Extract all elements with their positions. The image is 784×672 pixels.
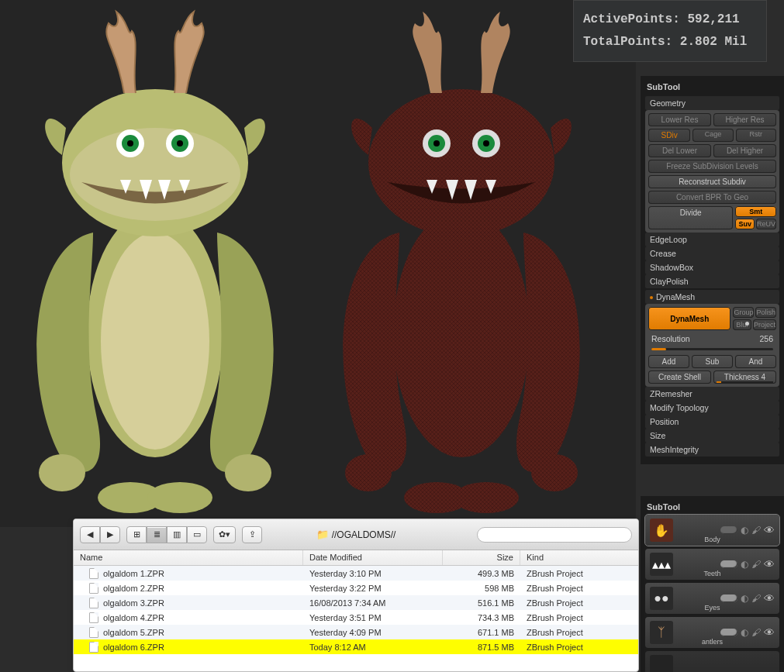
create-shell-button[interactable]: Create Shell	[648, 370, 711, 384]
back-button[interactable]: ◀	[80, 526, 100, 543]
thickness-slider[interactable]: Thickness 4	[713, 370, 776, 384]
svg-point-7	[70, 128, 240, 221]
dynamesh-section: DynaMesh Group Polish Blur Project Resol…	[645, 304, 779, 387]
higher-res-button[interactable]: Higher Res	[713, 113, 776, 126]
svg-point-17	[531, 454, 578, 491]
sub-button[interactable]: Sub	[692, 355, 733, 368]
add-button[interactable]: Add	[648, 355, 689, 368]
column-date[interactable]: Date Modified	[303, 550, 443, 565]
brush-icon[interactable]: ◐	[741, 593, 748, 604]
file-date: Today 8:12 AM	[303, 643, 443, 652]
coverflow-view-button[interactable]: ▭	[187, 526, 207, 543]
brush-icon[interactable]: 🖌	[751, 525, 761, 536]
svg-point-13	[177, 140, 183, 146]
group-button[interactable]: Group	[733, 307, 754, 318]
eye-icon[interactable]: 👁	[764, 558, 775, 570]
resolution-slider[interactable]: Resolution256	[648, 333, 776, 345]
shadowbox-section[interactable]: ShadowBox	[645, 260, 779, 274]
column-size[interactable]: Size	[443, 550, 520, 565]
zremesher-section[interactable]: ZRemesher	[645, 387, 779, 401]
finder-window: ◀ ▶ ⊞ ≣ ▥ ▭ ✿▾ ⇪ 📁 //OGALDOMS// 🔍 Name D…	[73, 519, 639, 672]
forward-button[interactable]: ▶	[100, 526, 120, 543]
brush-icon[interactable]: 🖌	[751, 559, 761, 570]
column-view-button[interactable]: ▥	[167, 526, 187, 543]
brush-icon[interactable]: 🖌	[751, 593, 761, 604]
file-row[interactable]: olgaldom 1.ZPRYesterday 3:10 PM499.3 MBZ…	[74, 566, 638, 581]
brush-icon[interactable]: 🖌	[751, 627, 761, 638]
size-section[interactable]: Size	[645, 429, 779, 443]
svg-point-1	[101, 233, 209, 450]
subtool-title[interactable]: SubTool	[645, 79, 779, 95]
file-kind: ZBrush Project	[520, 598, 638, 608]
file-size: 871.5 MB	[443, 643, 520, 652]
cage-button[interactable]: Cage	[692, 129, 733, 142]
subtool-item-eyes[interactable]: ●● ◐ 🖌 👁 Eyes	[645, 583, 779, 614]
del-lower-button[interactable]: Del Lower	[648, 144, 711, 157]
geometry-header[interactable]: Geometry	[645, 96, 779, 110]
file-row[interactable]: olgaldom 4.ZPRYesterday 3:51 PM734.3 MBZ…	[74, 610, 638, 625]
file-row[interactable]: olgaldom 5.ZPRYesterday 4:09 PM671.1 MBZ…	[74, 625, 638, 639]
stats-overlay: ActivePoints: 592,211 TotalPoints: 2.802…	[573, 0, 767, 62]
brush-icon[interactable]: ◐	[741, 559, 748, 570]
icon-view-button[interactable]: ⊞	[126, 526, 147, 543]
subtool-item-unused[interactable]: Unused 4	[645, 651, 779, 672]
column-kind[interactable]: Kind	[520, 550, 638, 565]
brush-icon[interactable]: ◐	[741, 627, 748, 638]
toggle-icon[interactable]	[720, 594, 737, 602]
svg-point-2	[39, 454, 85, 491]
reuv-button[interactable]: ReUV	[756, 219, 776, 229]
action-button[interactable]: ✿▾	[213, 526, 236, 543]
file-size: 598 MB	[443, 584, 520, 593]
claypolish-section[interactable]: ClayPolish	[645, 274, 779, 288]
dynamesh-button[interactable]: DynaMesh	[648, 307, 730, 330]
rstr-button[interactable]: Rstr	[736, 129, 776, 142]
active-points-value: 592,211	[687, 12, 739, 26]
crease-section[interactable]: Crease	[645, 246, 779, 260]
reconstruct-subdiv-button[interactable]: Reconstruct Subdiv	[648, 175, 776, 188]
svg-point-19	[454, 482, 519, 513]
file-row[interactable]: olgaldom 3.ZPR16/08/2013 7:34 AM516.1 MB…	[74, 595, 638, 610]
viewport-3d[interactable]	[0, 0, 636, 527]
document-icon	[89, 642, 98, 653]
document-icon	[89, 627, 98, 638]
suv-button[interactable]: Suv	[735, 219, 755, 229]
lower-res-button[interactable]: Lower Res	[648, 113, 711, 126]
divide-button[interactable]: Divide	[648, 206, 733, 229]
eye-icon[interactable]: 👁	[764, 592, 775, 605]
project-button[interactable]: Project	[753, 319, 776, 330]
eye-icon[interactable]: 👁	[764, 524, 775, 536]
file-row[interactable]: olgaldom 2.ZPRYesterday 3:22 PM598 MBZBr…	[74, 581, 638, 595]
toggle-icon[interactable]	[720, 629, 737, 636]
share-button[interactable]: ⇪	[242, 526, 262, 543]
polish-button[interactable]: Polish	[755, 307, 776, 318]
edgeloop-section[interactable]: EdgeLoop	[645, 233, 779, 246]
subtool-item-body[interactable]: ✋ ◐ 🖌 👁 Body	[645, 515, 779, 546]
search-input[interactable]	[477, 527, 632, 543]
file-row[interactable]: olgaldom 6.ZPRToday 8:12 AM871.5 MBZBrus…	[74, 639, 638, 654]
list-view-button[interactable]: ≣	[147, 526, 167, 543]
sdiv-slider[interactable]: SDiv	[648, 129, 690, 142]
blur-slider[interactable]: Blur	[733, 319, 751, 330]
del-higher-button[interactable]: Del Higher	[713, 144, 776, 157]
position-section[interactable]: Position	[645, 415, 779, 429]
toggle-icon[interactable]	[720, 526, 737, 534]
and-button[interactable]: And	[735, 355, 776, 368]
file-name: olgaldom 5.ZPR	[103, 628, 164, 637]
meshintegrity-section[interactable]: MeshIntegrity	[645, 443, 779, 457]
column-name[interactable]: Name	[74, 550, 303, 565]
right-panel: SubTool Geometry Lower Res Higher Res SD…	[641, 76, 784, 464]
modify-topology-section[interactable]: Modify Topology	[645, 401, 779, 415]
toggle-icon[interactable]	[720, 560, 737, 568]
geometry-section: Lower Res Higher Res SDiv Cage Rstr Del …	[645, 110, 779, 233]
brush-icon[interactable]: ◐	[741, 525, 748, 536]
freeze-subdiv-button[interactable]: Freeze SubDivision Levels	[648, 160, 776, 173]
subtool-item-teeth[interactable]: ▴▴▴ ◐ 🖌 👁 Teeth	[645, 549, 779, 580]
document-icon	[89, 612, 98, 623]
eye-icon[interactable]: 👁	[764, 626, 775, 639]
smt-button[interactable]: Smt	[735, 206, 776, 217]
dynamesh-header[interactable]: DynaMesh	[645, 290, 779, 304]
subtool-stack-title[interactable]: SubTool	[645, 499, 779, 515]
file-kind: ZBrush Project	[520, 613, 638, 622]
convert-bpr-button[interactable]: Convert BPR To Geo	[648, 191, 776, 204]
subtool-item-antlers[interactable]: ᛉ ◐ 🖌 👁 antlers	[645, 617, 779, 648]
